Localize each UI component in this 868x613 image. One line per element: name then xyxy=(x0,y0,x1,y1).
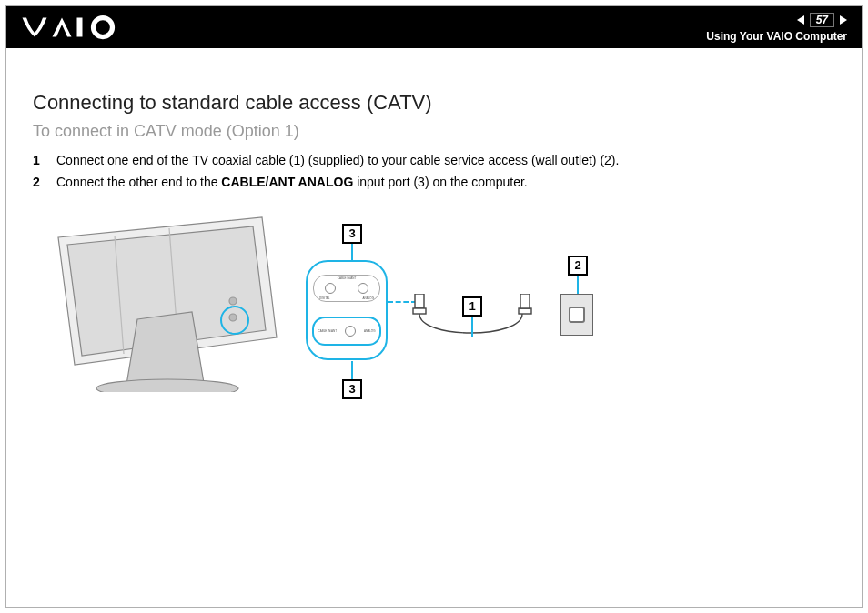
step-number: 2 xyxy=(33,172,45,194)
next-page-arrow-icon[interactable] xyxy=(840,15,847,25)
steps-list: 1 Connect one end of the TV coaxial cabl… xyxy=(33,150,835,194)
page-heading: Connecting to standard cable access (CAT… xyxy=(33,91,835,115)
header-right: 57 Using Your VAIO Computer xyxy=(706,13,847,43)
step-text: Connect the other end to the CABLE/ANT A… xyxy=(56,172,528,194)
step-item: 1 Connect one end of the TV coaxial cabl… xyxy=(33,150,835,172)
port-panel-inset: CABLE IN/ANT DIGITAL ANALOG CABLE IN/ANT… xyxy=(306,260,388,360)
connection-diagram: CABLE IN/ANT DIGITAL ANALOG CABLE IN/ANT… xyxy=(33,210,597,410)
callout-2-wall: 2 xyxy=(568,256,588,294)
callout-3-top: 3 xyxy=(342,224,362,262)
svg-point-1 xyxy=(94,18,113,37)
page-subheading: To connect in CATV mode (Option 1) xyxy=(33,122,835,141)
callout-label: 2 xyxy=(568,256,588,276)
callout-label: 1 xyxy=(462,296,482,317)
page-content: Connecting to standard cable access (CAT… xyxy=(33,91,835,410)
svg-rect-13 xyxy=(520,294,530,308)
port-row-analog-selected: CABLE IN/ANT ANALOG xyxy=(312,317,381,346)
computer-back-illustration xyxy=(51,210,288,392)
callout-1-cable: 1 xyxy=(462,296,482,337)
port-highlight-circle-icon xyxy=(220,306,249,335)
prev-page-arrow-icon[interactable] xyxy=(797,15,804,25)
port-row-digital-analog: CABLE IN/ANT DIGITAL ANALOG xyxy=(313,275,380,302)
svg-rect-11 xyxy=(413,308,426,314)
header-bar: 57 Using Your VAIO Computer xyxy=(6,6,862,48)
step-item: 2 Connect the other end to the CABLE/ANT… xyxy=(33,172,835,194)
section-name: Using Your VAIO Computer xyxy=(706,30,847,43)
callout-label: 3 xyxy=(342,224,362,244)
coax-jack-icon xyxy=(325,283,336,294)
wall-outlet-illustration xyxy=(560,294,593,336)
vaio-logo xyxy=(21,6,130,48)
svg-point-7 xyxy=(96,379,238,392)
callout-label: 3 xyxy=(342,379,362,399)
wall-outlet-plate-icon xyxy=(569,306,585,323)
page-nav: 57 xyxy=(797,13,847,27)
svg-marker-6 xyxy=(126,312,204,390)
coax-jack-icon xyxy=(345,326,356,337)
callout-3-bottom: 3 xyxy=(342,361,362,399)
step-number: 1 xyxy=(33,150,45,172)
page-number: 57 xyxy=(810,13,834,27)
step-text: Connect one end of the TV coaxial cable … xyxy=(56,150,619,172)
svg-rect-12 xyxy=(519,308,531,314)
svg-rect-0 xyxy=(77,18,83,37)
svg-point-8 xyxy=(229,297,237,305)
svg-rect-10 xyxy=(415,294,424,308)
coax-jack-icon xyxy=(358,283,368,294)
